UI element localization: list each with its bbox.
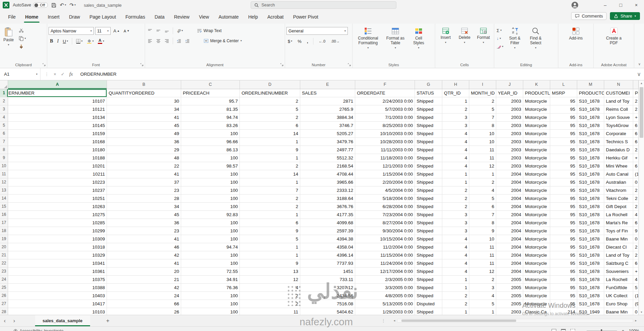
- cell-D5[interactable]: 6: [240, 122, 300, 130]
- cell-K12[interactable]: Motorcycle: [523, 178, 550, 186]
- cell-J10[interactable]: 2003: [496, 162, 523, 170]
- cell-J15[interactable]: 2004: [496, 203, 523, 211]
- cell-L8[interactable]: 95: [550, 146, 577, 154]
- column-header-B[interactable]: B: [107, 80, 181, 89]
- cell-A10[interactable]: 10201: [8, 162, 107, 170]
- column-header-L[interactable]: L: [550, 80, 577, 89]
- cell-C17[interactable]: 100: [181, 219, 240, 227]
- cell-C28[interactable]: 100: [181, 308, 240, 315]
- cell-L12[interactable]: 95: [550, 178, 577, 186]
- cell-I19[interactable]: 10: [469, 235, 496, 243]
- cell-E23[interactable]: 1451: [300, 268, 355, 276]
- row-header-27[interactable]: 27: [0, 300, 8, 308]
- cell-A6[interactable]: 10159: [8, 130, 107, 138]
- cell-G1[interactable]: STATUS: [415, 89, 442, 97]
- cell-C7[interactable]: 96.66: [181, 138, 240, 146]
- cell-M16[interactable]: S10_1678: [577, 211, 604, 219]
- cell-K8[interactable]: Motorcycle: [523, 146, 550, 154]
- row-header-11[interactable]: 11: [0, 170, 8, 178]
- cell-G2[interactable]: Shipped: [415, 97, 442, 105]
- cell-K26[interactable]: Motorcycle: [523, 292, 550, 300]
- row-header-1[interactable]: 1: [0, 89, 8, 97]
- cell-N1[interactable]: CUSTOMEI: [604, 89, 633, 97]
- cell-C10[interactable]: 98.57: [181, 162, 240, 170]
- cell-J9[interactable]: 2003: [496, 154, 523, 162]
- cell-H1[interactable]: QTR_ID: [442, 89, 469, 97]
- cell-G12[interactable]: Shipped: [415, 178, 442, 186]
- cell-J28[interactable]: 2003: [496, 308, 523, 315]
- cell-C27[interactable]: 100: [181, 300, 240, 308]
- cell-L10[interactable]: 95: [550, 162, 577, 170]
- cell-A16[interactable]: 10275: [8, 211, 107, 219]
- column-header-H[interactable]: H: [442, 80, 469, 89]
- cell-D6[interactable]: 14: [240, 130, 300, 138]
- cell-B19[interactable]: 41: [107, 235, 181, 243]
- cell-G5[interactable]: Shipped: [415, 122, 442, 130]
- cell-A19[interactable]: 10309: [8, 235, 107, 243]
- borders-button[interactable]: ▾: [75, 37, 84, 45]
- cell-F15[interactable]: 6/28/2004 0:00: [355, 203, 415, 211]
- decrease-font-size-button[interactable]: A▼: [122, 27, 131, 35]
- cell-O24[interactable]: 4: [633, 276, 639, 284]
- cell-B9[interactable]: 48: [107, 154, 181, 162]
- cell-I12[interactable]: 2: [469, 178, 496, 186]
- cell-G17[interactable]: Shipped: [415, 219, 442, 227]
- cell-M20[interactable]: S10_1678: [577, 243, 604, 251]
- cell-O16[interactable]: 4: [633, 211, 639, 219]
- ribbon-tab-automate[interactable]: Automate: [214, 10, 244, 24]
- cell-L23[interactable]: 95: [550, 268, 577, 276]
- cell-E9[interactable]: 5512.32: [300, 154, 355, 162]
- cell-J27[interactable]: 2005: [496, 300, 523, 308]
- cell-styles-button[interactable]: Cell Styles ▾: [409, 26, 429, 61]
- scroll-left-icon[interactable]: ◄: [392, 319, 397, 322]
- cell-J1[interactable]: YEAR_ID: [496, 89, 523, 97]
- cell-I3[interactable]: 5: [469, 105, 496, 113]
- clear-button[interactable]: ▾: [496, 43, 504, 50]
- cell-O25[interactable]: 5: [633, 284, 639, 292]
- cell-M27[interactable]: S10_1678: [577, 300, 604, 308]
- cell-I18[interactable]: 9: [469, 227, 496, 235]
- cell-O11[interactable]: (1: [633, 170, 639, 178]
- cell-K2[interactable]: Motorcycle: [523, 97, 550, 105]
- align-left-button[interactable]: [146, 37, 153, 45]
- cell-K18[interactable]: Motorcycle: [523, 227, 550, 235]
- tab-split-grip[interactable]: ⋮: [381, 318, 386, 323]
- cell-I17[interactable]: 8: [469, 219, 496, 227]
- horizontal-scrollbar[interactable]: [397, 319, 633, 323]
- page-break-view-button[interactable]: [570, 329, 575, 331]
- align-right-button[interactable]: [163, 37, 170, 45]
- merge-center-button[interactable]: Merge & Center ▾: [202, 37, 243, 45]
- cell-J5[interactable]: 2003: [496, 122, 523, 130]
- cell-B8[interactable]: 29: [107, 146, 181, 154]
- cell-H27[interactable]: 2: [442, 300, 469, 308]
- cell-L24[interactable]: 95: [550, 276, 577, 284]
- cell-B22[interactable]: 41: [107, 259, 181, 268]
- cell-F11[interactable]: 1/15/2004 0:00: [355, 170, 415, 178]
- cell-M28[interactable]: S10_1949: [577, 308, 604, 315]
- cell-A5[interactable]: 10145: [8, 122, 107, 130]
- row-header-10[interactable]: 10: [0, 162, 8, 170]
- cell-A12[interactable]: 10223: [8, 178, 107, 186]
- cell-O19[interactable]: 0: [633, 235, 639, 243]
- cell-H28[interactable]: 1: [442, 308, 469, 315]
- cell-C1[interactable]: PRICEEACH: [181, 89, 240, 97]
- cell-A2[interactable]: 10107: [8, 97, 107, 105]
- cell-O9[interactable]: +: [633, 154, 639, 162]
- cell-M18[interactable]: S10_1678: [577, 227, 604, 235]
- cell-B25[interactable]: 42: [107, 284, 181, 292]
- row-header-23[interactable]: 23: [0, 268, 8, 276]
- cell-O10[interactable]: 6: [633, 162, 639, 170]
- cell-K23[interactable]: Motorcycle: [523, 268, 550, 276]
- cell-F17[interactable]: 8/27/2004 0:00: [355, 219, 415, 227]
- bottom-align-button[interactable]: [163, 27, 170, 34]
- cell-A8[interactable]: 10180: [8, 146, 107, 154]
- name-box[interactable]: A1 ▾: [0, 68, 40, 80]
- ribbon-tab-page-layout[interactable]: Page Layout: [85, 10, 121, 24]
- cell-L22[interactable]: 95: [550, 259, 577, 268]
- cell-L16[interactable]: 95: [550, 211, 577, 219]
- clipboard-dialog-launcher[interactable]: [43, 63, 46, 66]
- cell-F4[interactable]: 7/1/2003 0:00: [355, 113, 415, 122]
- cell-K16[interactable]: Motorcycle: [523, 211, 550, 219]
- cell-F25[interactable]: 3/3/2005 0:00: [355, 284, 415, 292]
- cell-J7[interactable]: 2003: [496, 138, 523, 146]
